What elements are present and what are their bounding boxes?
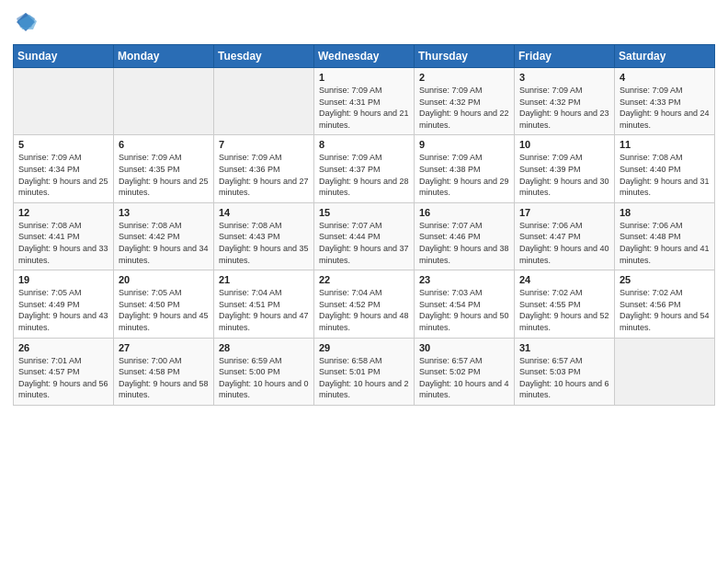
- day-number: 21: [219, 274, 309, 285]
- day-info: Sunrise: 7:09 AM Sunset: 4:35 PM Dayligh…: [119, 152, 209, 198]
- calendar-header-tuesday: Tuesday: [214, 45, 314, 68]
- calendar-cell: 17Sunrise: 7:06 AM Sunset: 4:47 PM Dayli…: [515, 202, 615, 270]
- calendar-cell: 4Sunrise: 7:09 AM Sunset: 4:33 PM Daylig…: [615, 68, 715, 135]
- day-number: 3: [519, 72, 609, 83]
- calendar-cell: 13Sunrise: 7:08 AM Sunset: 4:42 PM Dayli…: [114, 202, 214, 270]
- day-number: 24: [519, 274, 609, 285]
- calendar-cell: 9Sunrise: 7:09 AM Sunset: 4:38 PM Daylig…: [415, 135, 515, 202]
- page: SundayMondayTuesdayWednesdayThursdayFrid…: [0, 0, 728, 563]
- calendar-cell: 1Sunrise: 7:09 AM Sunset: 4:31 PM Daylig…: [314, 68, 415, 135]
- day-info: Sunrise: 7:09 AM Sunset: 4:39 PM Dayligh…: [519, 152, 609, 198]
- calendar-header-friday: Friday: [515, 45, 615, 68]
- calendar-header-wednesday: Wednesday: [314, 45, 415, 68]
- day-info: Sunrise: 7:08 AM Sunset: 4:43 PM Dayligh…: [219, 220, 309, 266]
- calendar-cell: [214, 68, 314, 135]
- day-info: Sunrise: 7:09 AM Sunset: 4:36 PM Dayligh…: [219, 152, 309, 198]
- day-number: 10: [519, 139, 609, 150]
- day-number: 1: [319, 72, 409, 83]
- calendar-cell: 24Sunrise: 7:02 AM Sunset: 4:55 PM Dayli…: [515, 270, 615, 338]
- day-info: Sunrise: 7:08 AM Sunset: 4:42 PM Dayligh…: [119, 220, 209, 266]
- day-info: Sunrise: 7:09 AM Sunset: 4:38 PM Dayligh…: [419, 152, 509, 198]
- calendar-cell: [615, 338, 715, 405]
- day-number: 13: [119, 207, 209, 218]
- day-number: 18: [620, 207, 710, 218]
- day-info: Sunrise: 7:05 AM Sunset: 4:49 PM Dayligh…: [18, 287, 108, 333]
- day-info: Sunrise: 7:08 AM Sunset: 4:41 PM Dayligh…: [18, 220, 108, 266]
- day-info: Sunrise: 7:09 AM Sunset: 4:34 PM Dayligh…: [18, 152, 108, 198]
- day-number: 9: [419, 139, 509, 150]
- calendar-cell: 28Sunrise: 6:59 AM Sunset: 5:00 PM Dayli…: [214, 338, 314, 405]
- calendar-cell: 31Sunrise: 6:57 AM Sunset: 5:03 PM Dayli…: [515, 338, 615, 405]
- calendar-cell: 15Sunrise: 7:07 AM Sunset: 4:44 PM Dayli…: [314, 202, 415, 270]
- day-number: 28: [219, 342, 309, 353]
- day-number: 11: [620, 139, 710, 150]
- day-info: Sunrise: 7:07 AM Sunset: 4:44 PM Dayligh…: [319, 220, 409, 266]
- calendar-cell: 26Sunrise: 7:01 AM Sunset: 4:57 PM Dayli…: [14, 338, 114, 405]
- logo-icon: [13, 9, 39, 35]
- day-number: 30: [419, 342, 509, 353]
- day-info: Sunrise: 7:09 AM Sunset: 4:31 PM Dayligh…: [319, 85, 409, 131]
- calendar-header-row: SundayMondayTuesdayWednesdayThursdayFrid…: [14, 45, 715, 68]
- calendar-header-monday: Monday: [114, 45, 214, 68]
- calendar-week-4: 19Sunrise: 7:05 AM Sunset: 4:49 PM Dayli…: [14, 270, 715, 338]
- calendar-cell: 5Sunrise: 7:09 AM Sunset: 4:34 PM Daylig…: [14, 135, 114, 202]
- calendar-cell: 25Sunrise: 7:02 AM Sunset: 4:56 PM Dayli…: [615, 270, 715, 338]
- day-info: Sunrise: 7:04 AM Sunset: 4:51 PM Dayligh…: [219, 287, 309, 333]
- day-number: 17: [519, 207, 609, 218]
- day-info: Sunrise: 7:02 AM Sunset: 4:55 PM Dayligh…: [519, 287, 609, 333]
- calendar-cell: 19Sunrise: 7:05 AM Sunset: 4:49 PM Dayli…: [14, 270, 114, 338]
- calendar-cell: 11Sunrise: 7:08 AM Sunset: 4:40 PM Dayli…: [615, 135, 715, 202]
- day-number: 8: [319, 139, 409, 150]
- day-info: Sunrise: 7:00 AM Sunset: 4:58 PM Dayligh…: [119, 355, 209, 401]
- day-number: 12: [18, 207, 108, 218]
- calendar-cell: [114, 68, 214, 135]
- day-info: Sunrise: 7:06 AM Sunset: 4:48 PM Dayligh…: [620, 220, 710, 266]
- calendar-week-5: 26Sunrise: 7:01 AM Sunset: 4:57 PM Dayli…: [14, 338, 715, 405]
- day-info: Sunrise: 6:57 AM Sunset: 5:02 PM Dayligh…: [419, 355, 509, 401]
- day-number: 26: [18, 342, 108, 353]
- calendar-cell: 27Sunrise: 7:00 AM Sunset: 4:58 PM Dayli…: [114, 338, 214, 405]
- calendar-cell: 29Sunrise: 6:58 AM Sunset: 5:01 PM Dayli…: [314, 338, 415, 405]
- calendar-cell: 8Sunrise: 7:09 AM Sunset: 4:37 PM Daylig…: [314, 135, 415, 202]
- day-number: 16: [419, 207, 509, 218]
- calendar-cell: 2Sunrise: 7:09 AM Sunset: 4:32 PM Daylig…: [415, 68, 515, 135]
- calendar-cell: 18Sunrise: 7:06 AM Sunset: 4:48 PM Dayli…: [615, 202, 715, 270]
- calendar-cell: 20Sunrise: 7:05 AM Sunset: 4:50 PM Dayli…: [114, 270, 214, 338]
- logo: [13, 9, 40, 35]
- day-info: Sunrise: 7:09 AM Sunset: 4:37 PM Dayligh…: [319, 152, 409, 198]
- calendar-week-3: 12Sunrise: 7:08 AM Sunset: 4:41 PM Dayli…: [14, 202, 715, 270]
- day-number: 7: [219, 139, 309, 150]
- day-info: Sunrise: 7:08 AM Sunset: 4:40 PM Dayligh…: [620, 152, 710, 198]
- calendar-cell: 22Sunrise: 7:04 AM Sunset: 4:52 PM Dayli…: [314, 270, 415, 338]
- day-info: Sunrise: 7:09 AM Sunset: 4:32 PM Dayligh…: [519, 85, 609, 131]
- day-info: Sunrise: 7:07 AM Sunset: 4:46 PM Dayligh…: [419, 220, 509, 266]
- calendar-cell: 6Sunrise: 7:09 AM Sunset: 4:35 PM Daylig…: [114, 135, 214, 202]
- calendar-header-sunday: Sunday: [14, 45, 114, 68]
- day-number: 2: [419, 72, 509, 83]
- day-info: Sunrise: 7:09 AM Sunset: 4:32 PM Dayligh…: [419, 85, 509, 131]
- calendar-header-thursday: Thursday: [415, 45, 515, 68]
- header: [13, 9, 715, 35]
- calendar-table: SundayMondayTuesdayWednesdayThursdayFrid…: [13, 44, 715, 406]
- calendar-week-1: 1Sunrise: 7:09 AM Sunset: 4:31 PM Daylig…: [14, 68, 715, 135]
- day-info: Sunrise: 7:06 AM Sunset: 4:47 PM Dayligh…: [519, 220, 609, 266]
- day-number: 22: [319, 274, 409, 285]
- day-number: 23: [419, 274, 509, 285]
- calendar-cell: 7Sunrise: 7:09 AM Sunset: 4:36 PM Daylig…: [214, 135, 314, 202]
- day-number: 27: [119, 342, 209, 353]
- day-number: 25: [620, 274, 710, 285]
- calendar-cell: 23Sunrise: 7:03 AM Sunset: 4:54 PM Dayli…: [415, 270, 515, 338]
- day-info: Sunrise: 7:02 AM Sunset: 4:56 PM Dayligh…: [620, 287, 710, 333]
- day-info: Sunrise: 7:05 AM Sunset: 4:50 PM Dayligh…: [119, 287, 209, 333]
- day-number: 19: [18, 274, 108, 285]
- calendar-cell: 10Sunrise: 7:09 AM Sunset: 4:39 PM Dayli…: [515, 135, 615, 202]
- day-number: 15: [319, 207, 409, 218]
- day-number: 4: [620, 72, 710, 83]
- day-info: Sunrise: 7:04 AM Sunset: 4:52 PM Dayligh…: [319, 287, 409, 333]
- day-number: 31: [519, 342, 609, 353]
- calendar-cell: 16Sunrise: 7:07 AM Sunset: 4:46 PM Dayli…: [415, 202, 515, 270]
- day-number: 14: [219, 207, 309, 218]
- day-info: Sunrise: 6:58 AM Sunset: 5:01 PM Dayligh…: [319, 355, 409, 401]
- day-info: Sunrise: 7:01 AM Sunset: 4:57 PM Dayligh…: [18, 355, 108, 401]
- calendar-cell: 30Sunrise: 6:57 AM Sunset: 5:02 PM Dayli…: [415, 338, 515, 405]
